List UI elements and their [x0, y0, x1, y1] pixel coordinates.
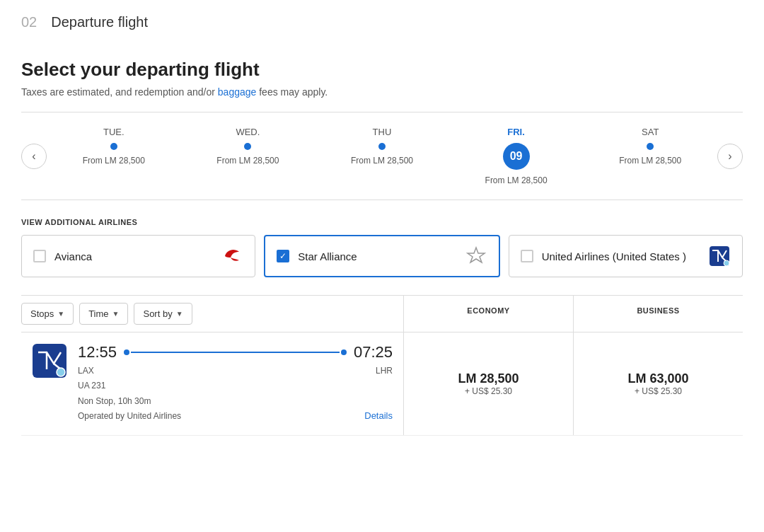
flight-info-0: 12:5507:25LAXLHRUA 231Non Stop, 10h 30mO… — [21, 332, 403, 435]
flight-row-0: 12:5507:25LAXLHRUA 231Non Stop, 10h 30mO… — [21, 332, 743, 436]
date-item-4[interactable]: SATFrom LM 28,500 — [612, 123, 688, 189]
airline-checkbox-1[interactable] — [277, 250, 289, 262]
baggage-link[interactable]: baggage — [218, 86, 257, 98]
line-start-dot — [124, 349, 129, 355]
date-day-label: TUE. — [103, 127, 125, 137]
flight-meta-left: UA 231Non Stop, 10h 30mOperated by Unite… — [78, 378, 181, 424]
date-dot — [110, 143, 117, 150]
airline-logo-1 — [465, 245, 487, 267]
flight-route-line — [124, 349, 347, 355]
date-day-label: FRI. — [507, 127, 525, 137]
step-title: Departure flight — [51, 14, 148, 30]
economy-header: ECONOMY — [403, 296, 573, 332]
date-selected-circle: 09 — [503, 143, 530, 170]
time-arrow-icon: ▼ — [112, 310, 120, 318]
filter-bar: Stops ▼ Time ▼ Sort by ▼ — [21, 295, 403, 332]
prev-date-button[interactable]: ‹ — [21, 144, 47, 169]
airline-logo-2 — [708, 245, 731, 267]
step-number: 02 — [21, 14, 37, 30]
filter-results-area: Stops ▼ Time ▼ Sort by ▼ ECONOMY BUSINES… — [21, 295, 743, 436]
airline-logo-0 — [221, 245, 243, 267]
airline-checkbox-0[interactable] — [33, 250, 46, 262]
business-price-cell[interactable]: LM 63,000+ US$ 25.30 — [573, 332, 743, 435]
date-price: From LM 28,500 — [485, 175, 548, 185]
economy-price-cell[interactable]: LM 28,500+ US$ 25.30 — [403, 332, 573, 435]
business-header: BUSINESS — [573, 296, 743, 332]
subtitle: Taxes are estimated, and redemption and/… — [21, 86, 743, 98]
depart-airport: LAX — [78, 366, 94, 376]
svg-point-4 — [57, 368, 65, 376]
details-link[interactable]: Details — [364, 407, 393, 424]
airline-card-1[interactable]: Star Alliance — [264, 235, 499, 277]
date-dot — [647, 143, 654, 150]
page-heading: Select your departing flight — [21, 59, 743, 81]
airline-card-0[interactable]: Avianca — [21, 235, 255, 277]
next-date-button[interactable]: › — [717, 144, 743, 169]
date-day-label: WED. — [236, 127, 260, 137]
date-dot — [244, 143, 251, 150]
time-filter-button[interactable]: Time ▼ — [79, 303, 128, 325]
date-day-label: THU — [373, 127, 392, 137]
column-headers: ECONOMY BUSINESS — [403, 295, 743, 332]
date-price: From LM 28,500 — [351, 156, 413, 166]
flight-number: UA 231 — [78, 378, 181, 394]
date-item-0[interactable]: TUE.From LM 28,500 — [76, 123, 152, 189]
date-picker: ‹ TUE.From LM 28,500WED.From LM 28,500TH… — [21, 112, 743, 200]
line-end-dot — [341, 349, 347, 355]
airlines-section: VIEW ADDITIONAL AIRLINES AviancaStar All… — [21, 218, 743, 277]
line-body — [131, 352, 340, 353]
svg-point-2 — [724, 260, 729, 266]
flight-details: 12:5507:25LAXLHRUA 231Non Stop, 10h 30mO… — [78, 343, 393, 424]
depart-time: 12:55 — [78, 343, 117, 362]
svg-marker-0 — [468, 248, 485, 262]
date-dot — [378, 143, 386, 150]
flight-times-row: 12:5507:25 — [78, 343, 393, 362]
stops-filter-button[interactable]: Stops ▼ — [21, 303, 74, 325]
date-item-2[interactable]: THUFrom LM 28,500 — [344, 123, 420, 189]
flight-meta: UA 231Non Stop, 10h 30mOperated by Unite… — [78, 378, 393, 424]
date-item-1[interactable]: WED.From LM 28,500 — [209, 123, 286, 189]
airline-name-2: United Airlines (United States ) — [542, 250, 700, 262]
airports-row: LAXLHR — [78, 366, 393, 376]
date-item-3[interactable]: FRI.09From LM 28,500 — [478, 123, 555, 189]
airline-checkbox-2[interactable] — [521, 250, 533, 262]
date-price: From LM 28,500 — [216, 156, 279, 166]
business-fee: + US$ 25.30 — [635, 386, 682, 396]
airline-name-1: Star Alliance — [298, 250, 456, 262]
economy-price: LM 28,500 — [458, 371, 519, 386]
sortby-filter-button[interactable]: Sort by ▼ — [134, 303, 192, 325]
date-day-label: SAT — [642, 127, 659, 137]
business-price: LM 63,000 — [627, 371, 688, 386]
date-price: From LM 28,500 — [83, 156, 145, 166]
price-cells: LM 28,500+ US$ 25.30LM 63,000+ US$ 25.30 — [403, 332, 743, 435]
arrive-airport: LHR — [376, 366, 393, 376]
airlines-label: VIEW ADDITIONAL AIRLINES — [21, 218, 743, 226]
airline-card-2[interactable]: United Airlines (United States ) — [509, 235, 743, 277]
flight-duration: Non Stop, 10h 30m — [78, 394, 181, 410]
economy-fee: + US$ 25.30 — [465, 386, 512, 396]
airline-name-0: Avianca — [54, 250, 212, 262]
sortby-arrow-icon: ▼ — [176, 310, 183, 318]
flight-operator: Operated by United Airlines — [78, 409, 181, 424]
arrive-time: 07:25 — [354, 343, 393, 362]
date-price: From LM 28,500 — [619, 156, 681, 166]
stops-arrow-icon: ▼ — [57, 310, 64, 318]
flight-airline-icon — [32, 343, 67, 378]
